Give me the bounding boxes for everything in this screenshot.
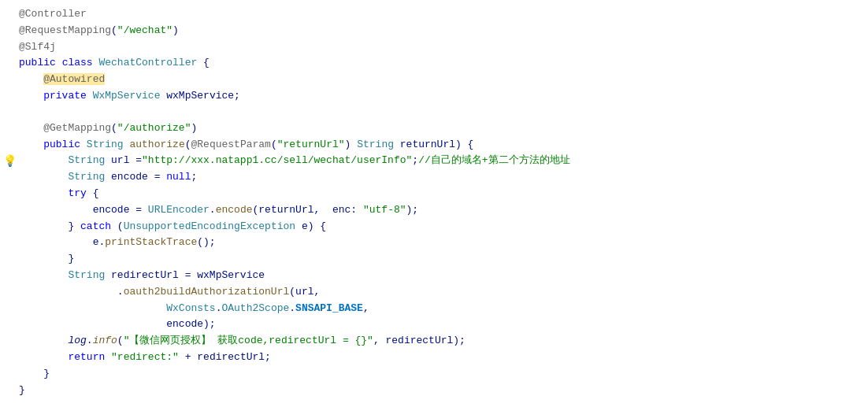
line-content: } (16, 383, 868, 399)
token-class-name: URLEncoder (148, 204, 210, 216)
token-class-name: String (68, 154, 105, 166)
token-plain: . (87, 335, 93, 346)
token-class-name: WechatController (98, 57, 197, 68)
token-string: "/wechat" (117, 24, 172, 36)
code-line: } (0, 251, 868, 268)
token-class-name: OAuth2Scope (221, 302, 289, 314)
line-content: @Slf4j (16, 39, 868, 56)
code-line: public String authorize(@RequestParam("r… (0, 137, 868, 154)
token-plain: e) { (295, 220, 326, 232)
token-plain (105, 351, 111, 363)
token-plain (357, 204, 363, 216)
line-content: e.printStackTrace(); (16, 235, 868, 251)
token-kw: class (62, 57, 93, 68)
code-line: } (0, 383, 868, 399)
line-content: @RequestMapping("/wechat") (16, 23, 868, 39)
token-string: "utf-8" (363, 204, 406, 216)
token-class-name: String (68, 269, 105, 281)
token-kw: try (68, 187, 86, 199)
token-log-var: log (68, 335, 86, 346)
token-kw: public (43, 139, 80, 150)
code-line: return "redirect:" + redirectUrl; (0, 350, 868, 366)
token-annotation: @RequestParam (191, 139, 271, 150)
code-line (0, 105, 868, 120)
token-log-method: info (93, 335, 117, 346)
code-line: 💡 String url ="http://xxx.natapp1.cc/sel… (0, 153, 868, 169)
token-class-name: String (68, 171, 105, 183)
token-plain: ( (111, 220, 124, 232)
line-content: private WxMpService wxMpService; (16, 88, 868, 105)
token-plain: wxMpService; (160, 90, 239, 102)
code-line: private WxMpService wxMpService; (0, 88, 868, 105)
token-plain: ( (111, 24, 117, 36)
token-method: encode (216, 204, 253, 216)
code-line: @RequestMapping("/wechat") (0, 23, 868, 39)
token-annotation: @RequestMapping (19, 24, 111, 36)
token-plain: ( (185, 139, 191, 150)
token-plain: ); (406, 204, 419, 216)
token-plain: } (68, 220, 80, 232)
line-content: log.info("【微信网页授权】 获取code,redirectUrl = … (16, 333, 868, 350)
line-content: } (16, 251, 868, 268)
token-plain: encode = (105, 171, 166, 183)
token-plain: redirectUrl = wxMpService (105, 269, 265, 281)
token-kw: public (19, 57, 56, 68)
token-plain: } (68, 253, 74, 265)
line-content: WxConsts.OAuth2Scope.SNSAPI_BASE, (16, 301, 868, 317)
line-content: String url ="http://xxx.natapp1.cc/sell/… (16, 153, 868, 169)
token-string: "redirect:" (111, 351, 179, 363)
token-kw: return (68, 351, 105, 363)
code-line: @Autowired (0, 72, 868, 88)
line-content: @GetMapping("/authorize") (16, 120, 868, 137)
code-line: e.printStackTrace(); (0, 235, 868, 251)
code-line: try { (0, 186, 868, 202)
line-content: .oauth2buildAuthorizationUrl(url, (16, 284, 868, 301)
token-plain: ) (345, 139, 358, 150)
token-plain: ) (191, 122, 197, 134)
token-plain: (returnUrl, (252, 204, 332, 216)
token-string: "http://xxx.natapp1.cc/sell/wechat/userI… (142, 154, 412, 166)
token-plain: returnUrl) { (394, 139, 473, 150)
line-content: encode = URLEncoder.encode(returnUrl, en… (16, 202, 868, 219)
token-plain: (url, (289, 286, 320, 298)
line-content: public class WechatController { (16, 55, 868, 72)
line-content: String encode = null; (16, 169, 868, 186)
token-plain: ) (172, 24, 179, 36)
line-content: @Autowired (16, 72, 868, 88)
token-plain: { (87, 187, 99, 199)
line-content: @Controller (16, 6, 868, 23)
token-kw: null (166, 171, 191, 183)
code-line: .oauth2buildAuthorizationUrl(url, (0, 284, 868, 301)
token-enc-param: enc: (332, 204, 357, 216)
token-plain: . (117, 286, 124, 298)
token-plain: ; (412, 154, 418, 166)
code-line: @Controller (0, 6, 868, 23)
code-line: String encode = null; (0, 169, 868, 186)
token-method: printStackTrace (105, 236, 197, 248)
code-line: WxConsts.OAuth2Scope.SNSAPI_BASE, (0, 301, 868, 317)
line-content: try { (16, 186, 868, 202)
line-content: } catch (UnsupportedEncodingException e)… (16, 219, 868, 235)
token-class-name: String (87, 139, 124, 150)
line-content: return "redirect:" + redirectUrl; (16, 350, 868, 366)
code-line: public class WechatController { (0, 55, 868, 72)
token-snsapi: SNSAPI_BASE (295, 302, 363, 314)
token-plain: url = (105, 154, 142, 166)
token-comment: //自己的域名+第二个方法的地址 (418, 154, 569, 166)
token-plain: } (19, 384, 25, 396)
token-plain: . (289, 302, 295, 314)
code-line: @GetMapping("/authorize") (0, 120, 868, 137)
line-content: } (16, 366, 868, 383)
token-class-name: WxMpService (93, 90, 161, 102)
token-class-name: UnsupportedEncodingException (124, 220, 295, 232)
token-plain: ; (191, 171, 197, 183)
token-plain: } (43, 368, 50, 379)
code-editor: @Controller@RequestMapping("/wechat")@Sl… (0, 0, 868, 407)
token-method: oauth2buildAuthorizationUrl (124, 286, 290, 298)
token-annotation: @Slf4j (19, 41, 56, 53)
token-plain: e. (93, 236, 106, 248)
code-line: encode = URLEncoder.encode(returnUrl, en… (0, 202, 868, 219)
line-content: encode); (16, 316, 868, 333)
token-plain: ( (117, 335, 124, 346)
token-plain: , redirectUrl); (373, 335, 466, 346)
